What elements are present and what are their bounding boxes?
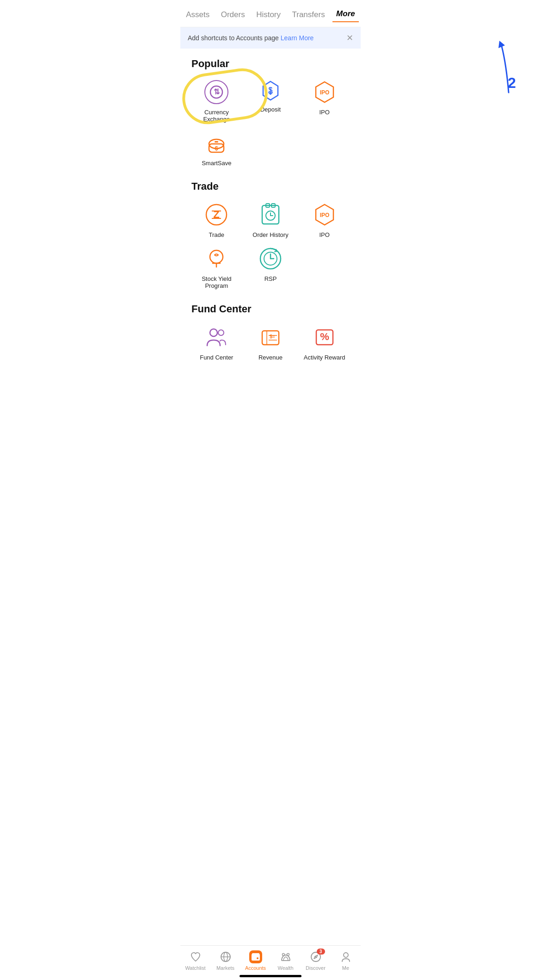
tab-assets[interactable]: Assets [182, 8, 213, 21]
fund-center-label: Fund Center [200, 354, 233, 361]
popular-title: Popular [191, 58, 350, 70]
activity-reward-item[interactable]: % Activity Reward [299, 324, 350, 361]
trade-icon: Z [204, 203, 228, 227]
banner-text: Add shortcuts to Accounts page Learn Mor… [188, 34, 314, 42]
ipo-popular-item[interactable]: IPO IPO [299, 79, 350, 123]
fund-center-section: Fund Center Fund Center [180, 294, 361, 366]
rsp-icon [258, 247, 283, 271]
deposit-item[interactable]: $ Deposit [246, 79, 296, 123]
activity-reward-icon-wrap: % [312, 324, 338, 350]
ipo-trade-icon-wrap: IPO [312, 202, 338, 228]
fund-center-grid: Fund Center $= Revenue [191, 324, 350, 361]
stock-yield-icon-wrap [203, 246, 229, 272]
ipo-trade-item[interactable]: IPO IPO [299, 202, 350, 238]
svg-point-28 [210, 329, 217, 336]
top-navigation: Assets Orders History Transfers More [180, 0, 361, 27]
trade-icon-wrap: Z [203, 202, 229, 228]
smartsave-item[interactable]: $ SmartSave [191, 130, 242, 167]
currency-exchange-svg: ⇅ [209, 85, 223, 99]
deposit-icon-wrap: $ [259, 79, 282, 102]
popular-grid-row2: $ SmartSave [191, 130, 350, 167]
revenue-icon-wrap: $= [258, 324, 283, 350]
learn-more-link[interactable]: Learn More [281, 34, 314, 42]
revenue-label: Revenue [258, 354, 283, 361]
currency-exchange-item[interactable]: ⇅ Currency Exchange [191, 79, 242, 123]
rsp-item[interactable]: RSP [246, 246, 296, 289]
popular-grid: ⇅ Currency Exchange $ Deposit [191, 79, 350, 123]
banner: Add shortcuts to Accounts page Learn Mor… [180, 27, 361, 49]
smartsave-label: SmartSave [202, 160, 231, 167]
trade-section: Trade Z Trade [180, 171, 361, 294]
trade-grid: Z Trade [191, 202, 350, 289]
svg-text:IPO: IPO [320, 89, 329, 96]
smartsave-icon-wrap: $ [203, 130, 229, 156]
tab-more[interactable]: More [332, 7, 359, 22]
svg-text:$=: $= [270, 334, 275, 339]
revenue-item[interactable]: $= Revenue [246, 324, 296, 361]
rsp-icon-wrap [258, 246, 283, 272]
trade-title: Trade [191, 180, 350, 192]
order-history-icon-wrap [258, 202, 283, 228]
ipo-popular-label: IPO [319, 109, 329, 116]
ipo-popular-icon: IPO [313, 80, 337, 104]
svg-point-21 [210, 250, 223, 263]
svg-text:IPO: IPO [320, 212, 329, 218]
trade-label: Trade [209, 231, 224, 238]
fund-center-title: Fund Center [191, 303, 350, 315]
rsp-label: RSP [264, 275, 277, 282]
fund-center-icon-wrap [203, 324, 229, 350]
fund-center-icon [204, 325, 228, 349]
popular-section: Popular ⇅ Currency Exchange [180, 49, 361, 171]
ipo-trade-icon: IPO [313, 203, 337, 227]
deposit-icon: $ [259, 80, 282, 102]
deposit-label: Deposit [260, 106, 281, 113]
order-history-item[interactable]: Order History [246, 202, 296, 238]
svg-point-29 [218, 330, 224, 335]
fund-center-item[interactable]: Fund Center [191, 324, 242, 361]
svg-text:$: $ [215, 145, 218, 152]
stock-yield-item[interactable]: Stock Yield Program [191, 246, 242, 289]
close-icon[interactable]: ✕ [346, 33, 353, 43]
revenue-icon: $= [258, 325, 283, 349]
order-history-icon [259, 203, 282, 227]
svg-text:%: % [320, 331, 329, 342]
smartsave-icon: $ [204, 131, 228, 155]
currency-exchange-icon: ⇅ [204, 80, 228, 104]
order-history-label: Order History [252, 231, 288, 238]
activity-reward-icon: % [313, 325, 337, 349]
currency-exchange-label: Currency Exchange [191, 109, 242, 123]
stock-yield-label: Stock Yield Program [191, 275, 242, 289]
stock-yield-icon [204, 247, 228, 271]
tab-history[interactable]: History [252, 8, 284, 21]
tab-orders[interactable]: Orders [217, 8, 249, 21]
tab-transfers[interactable]: Transfers [288, 8, 328, 21]
svg-rect-7 [215, 141, 218, 143]
trade-item[interactable]: Z Trade [191, 202, 242, 238]
main-content: Popular ⇅ Currency Exchange [180, 49, 361, 412]
currency-exchange-icon-wrap: ⇅ [203, 79, 229, 105]
ipo-trade-label: IPO [319, 231, 329, 238]
ipo-popular-icon-wrap: IPO [312, 79, 338, 105]
svg-text:⇅: ⇅ [214, 88, 220, 96]
activity-reward-label: Activity Reward [304, 354, 345, 361]
